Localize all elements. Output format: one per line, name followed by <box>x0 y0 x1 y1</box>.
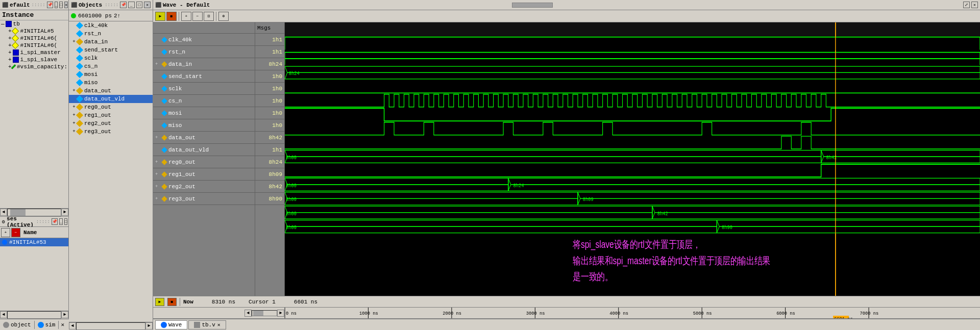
wave-name-dataout[interactable]: + data_out <box>153 132 255 144</box>
obj-dataoutvld[interactable]: data_out_vld <box>69 95 153 103</box>
tree-item-initial53[interactable]: + #INITIAL#5 <box>0 28 68 35</box>
wave-zoom-in[interactable]: + <box>181 12 191 21</box>
wave-name-sclk[interactable]: sclk <box>153 83 255 95</box>
objects-scroll-right[interactable]: ► <box>145 322 153 329</box>
sessions-list[interactable]: #INITIAL#53 <box>0 238 68 311</box>
reg2-label: reg2_out <box>84 120 111 126</box>
wave-title-scroll-thumb[interactable] <box>512 3 553 8</box>
wave-name-mosi[interactable]: mosi <box>153 107 255 119</box>
sessions-del-btn[interactable]: − <box>11 228 20 237</box>
wave-toolbar-sep2 <box>216 12 216 21</box>
obj-csn[interactable]: cs_n <box>69 62 153 70</box>
instance-hscroll[interactable]: ◄ ► <box>0 208 68 216</box>
wave-msg-dataout: 8h42 <box>255 132 284 144</box>
sessions-scroll-track[interactable] <box>7 311 61 319</box>
tree-item-ispis[interactable]: + i_spi_slave <box>0 56 68 63</box>
wave-hscroll-thumb[interactable] <box>253 311 263 316</box>
obj-miso[interactable]: miso <box>69 79 153 87</box>
wave-name-reg0[interactable]: + reg0_out <box>153 156 255 168</box>
wave-tool2[interactable]: ◼ <box>166 12 177 21</box>
wave-name-dataoutvld[interactable]: data_out_vld <box>153 144 255 156</box>
tab-wave[interactable]: Wave <box>155 320 187 329</box>
time-value: 6601000 ps <box>78 13 112 19</box>
wave-name-sendstart[interactable]: send_start <box>153 70 255 83</box>
wave-hscroll-track[interactable] <box>252 310 277 316</box>
instance-scroll-right[interactable]: ► <box>61 209 68 216</box>
sessions-item-initial53[interactable]: #INITIAL#53 <box>0 238 68 246</box>
objects-scroll-left[interactable]: ◄ <box>69 322 76 329</box>
title-separator: ::::: <box>32 3 45 8</box>
wave-zoom-fit[interactable]: ⊡ <box>204 12 214 21</box>
obj-datain[interactable]: + data_in <box>69 38 153 46</box>
wave-name-reg2[interactable]: + reg2_out <box>153 181 255 193</box>
instance-scroll-left[interactable]: ◄ <box>0 209 7 216</box>
wave-hscroll-left[interactable]: ◄ <box>244 310 252 317</box>
objects-scroll-track[interactable] <box>76 322 145 330</box>
object-tab-icon <box>3 322 9 328</box>
wave-name-clk40k[interactable]: clk_40k <box>153 34 255 46</box>
instance-max-btn[interactable]: □ <box>59 2 63 8</box>
sessions-add-btn[interactable]: + <box>1 228 10 237</box>
instance-title: efault <box>10 2 30 8</box>
wave-name-reg1[interactable]: + reg1_out <box>153 168 255 181</box>
instance-pin-btn[interactable]: 📌 <box>47 2 53 8</box>
tree-item-tb[interactable]: — tb <box>0 20 68 28</box>
obj-mosi[interactable]: mosi <box>69 70 153 79</box>
instance-tree[interactable]: — tb + #INITIAL#5 + #INITIAL#6( <box>0 20 68 208</box>
instance-close-btn[interactable]: ✕ <box>64 2 68 8</box>
objects-list[interactable]: clk_40k rst_n + data_in send_start <box>69 21 153 322</box>
wave-resize-btn[interactable]: ⤢ <box>963 2 970 8</box>
tree-item-initial60b[interactable]: + #INITIAL#6( <box>0 42 68 49</box>
sessions-pin-btn[interactable]: 📌 <box>52 218 58 225</box>
obj-reg2[interactable]: + reg2_out <box>69 119 153 128</box>
wave-signal-display[interactable]: 8h24 <box>285 22 980 296</box>
tree-item-initial60[interactable]: + #INITIAL#6( <box>0 35 68 42</box>
tree-item-vsim[interactable]: + #vsim_capacity: <box>0 63 68 70</box>
wave-bottom-btn1[interactable]: ▶ <box>155 298 164 306</box>
instance-scroll-thumb[interactable] <box>10 209 26 216</box>
wave-close-btn[interactable]: ✕ <box>971 2 978 8</box>
objects-hscroll[interactable]: ◄ ► <box>69 322 153 330</box>
sessions-min-btn[interactable]: _ <box>59 218 63 225</box>
obj-rstn[interactable]: rst_n <box>69 30 153 38</box>
tree-item-ispimaster[interactable]: + i_spi_master <box>0 49 68 56</box>
wave-name-rstn[interactable]: rst_n <box>153 46 255 58</box>
reg1-icon <box>76 112 83 119</box>
sessions-max-btn[interactable]: □ <box>64 218 68 225</box>
obj-clk40k[interactable]: clk_40k <box>69 21 153 30</box>
obj-sendstart[interactable]: send_start <box>69 46 153 54</box>
wave-tool1[interactable]: ▶ <box>155 12 165 21</box>
sessions-hscroll[interactable]: ◄ ► <box>0 311 68 319</box>
tab-sim[interactable]: sim <box>35 321 59 329</box>
wave-bottom-btn2[interactable]: ◼ <box>167 298 177 306</box>
objects-max-btn[interactable]: □ <box>136 2 143 8</box>
obj-dataout[interactable]: + data_out <box>69 87 153 95</box>
wave-zoom-out[interactable]: − <box>192 12 203 21</box>
miso-icon <box>76 79 83 86</box>
sendstart-icon <box>76 46 83 54</box>
wave-cursor-btn[interactable]: ⊕ <box>218 12 229 21</box>
wave-name-csn[interactable]: cs_n <box>153 95 255 107</box>
wname-clk40k-label: clk_40k <box>168 37 192 43</box>
svg-rect-24 <box>285 164 980 177</box>
sessions-scroll-right[interactable]: ► <box>61 311 68 318</box>
wave-name-datain[interactable]: + data_in <box>153 58 255 70</box>
initial60-icon <box>12 35 19 42</box>
tab-tbv[interactable]: tb.v ✕ <box>188 320 226 329</box>
objects-pin-btn[interactable]: 📌 <box>120 2 127 8</box>
wave-name-miso[interactable]: miso <box>153 119 255 132</box>
obj-reg0[interactable]: + reg0_out <box>69 103 153 111</box>
sessions-scroll-left[interactable]: ◄ <box>0 311 7 318</box>
objects-min-btn[interactable]: _ <box>128 2 135 8</box>
obj-sclk[interactable]: sclk <box>69 54 153 62</box>
wave-title-scrollbar[interactable] <box>213 2 960 8</box>
tab-object[interactable]: object <box>0 321 35 329</box>
tbv-close-icon[interactable]: ✕ <box>217 322 220 328</box>
wave-hscroll-right[interactable]: ► <box>277 310 284 317</box>
tab-close-btn[interactable]: ✕ <box>59 321 66 328</box>
obj-reg3[interactable]: + reg3_out <box>69 128 153 136</box>
obj-reg1[interactable]: + reg1_out <box>69 111 153 119</box>
wave-name-reg3[interactable]: + reg3_out <box>153 193 255 205</box>
instance-min-btn[interactable]: _ <box>55 2 58 8</box>
objects-close-btn[interactable]: ✕ <box>144 2 151 8</box>
